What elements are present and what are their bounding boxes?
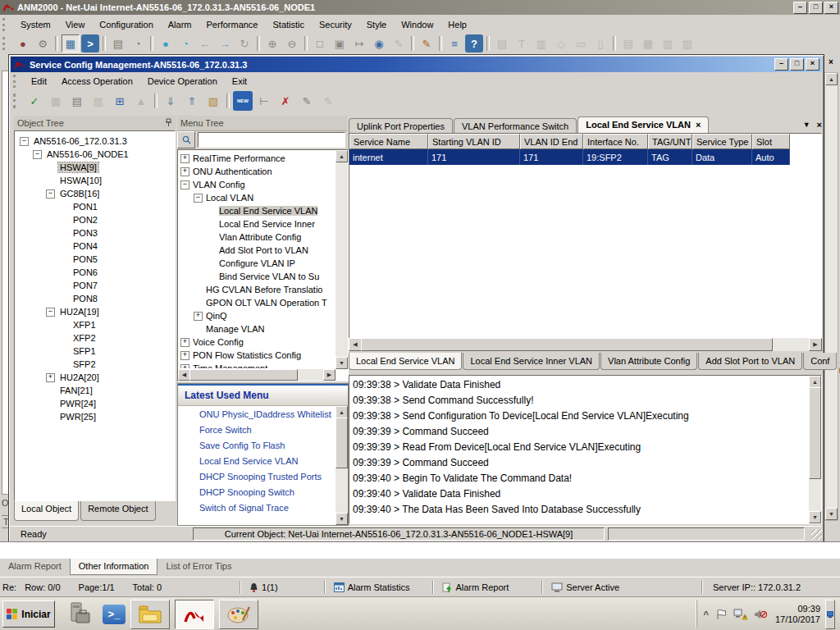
write-device-icon[interactable]: ⇑ [182, 91, 202, 111]
tab-close-icon[interactable]: × [817, 120, 822, 130]
object-tree-tab[interactable]: Remote Object [80, 501, 155, 521]
scroll-up-icon[interactable]: ▲ [336, 406, 348, 418]
minimize-icon[interactable]: – [793, 2, 807, 14]
topology-icon[interactable]: ▦ [62, 34, 80, 52]
tree-expander-icon[interactable]: + [194, 312, 203, 321]
background-scrollbar[interactable]: ▲ ▼ [824, 72, 838, 521]
menu-tree-vscrollbar[interactable]: ▲ ▼ [336, 150, 348, 369]
table-props-icon[interactable]: ▤ [67, 91, 87, 111]
close-icon[interactable]: × [806, 58, 819, 71]
latest-used-menu-link[interactable]: Force Switch [199, 425, 333, 436]
tray-expand-icon[interactable]: ^ [704, 609, 709, 619]
table-row[interactable]: internet17117119:SFP2TAGDataAuto [349, 149, 790, 165]
tree-item[interactable]: PON4 [18, 240, 175, 253]
undo-dim-icon[interactable]: ◇ [552, 34, 570, 52]
file-explorer-taskbutton[interactable] [130, 600, 170, 629]
tree-item[interactable]: + PON Flow Statistics Config [179, 349, 335, 362]
tree-expander-icon[interactable]: + [46, 373, 55, 382]
latest-used-menu-link[interactable]: Local End Service VLAN [199, 456, 333, 467]
maximize-icon[interactable]: □ [790, 58, 804, 71]
latest-used-menu-link[interactable]: Switch of Signal Trace [199, 503, 333, 514]
alarm-report-icon[interactable] [442, 582, 452, 593]
folder-sync-icon[interactable]: ▧ [203, 91, 223, 111]
doc1-dim-icon[interactable]: ▤ [619, 34, 637, 52]
flag-icon[interactable] [715, 609, 727, 620]
scroll-thumb[interactable] [336, 418, 348, 468]
tree-item[interactable]: PON8 [18, 292, 175, 305]
tree-item[interactable]: PON5 [18, 253, 175, 266]
tab[interactable]: Add Slot Port to VLAN [698, 353, 802, 370]
latest-menu-vscrollbar[interactable]: ▲ ▼ [336, 406, 348, 525]
save-dim-icon[interactable]: ▯ [591, 34, 609, 52]
log-vscrollbar[interactable]: ▲ ▼ [809, 376, 821, 523]
console-icon[interactable]: > [81, 34, 99, 52]
tree-item[interactable]: Manage VLAN [179, 322, 335, 336]
status-alarm-report[interactable]: Alarm Report [455, 582, 509, 592]
tree-item[interactable]: + RealTime Performance [179, 152, 335, 165]
forward-arrow-icon[interactable]: → [216, 34, 234, 52]
toolbar-grip[interactable] [2, 37, 9, 49]
tree-item[interactable]: PWR[25] [18, 410, 175, 423]
tree-item[interactable]: − AN5516-06_NODE1 [18, 148, 175, 161]
tab[interactable]: Local End Service Inner VLAN [463, 353, 600, 370]
minimize-icon[interactable]: – [774, 58, 788, 71]
tree-expander-icon[interactable]: − [180, 180, 189, 189]
alarm-ball-icon[interactable]: ● [14, 34, 32, 52]
tree-expander-icon[interactable]: + [180, 364, 189, 369]
tree-item[interactable]: Vlan Attribute Config [179, 231, 335, 244]
tree-expander-icon[interactable]: − [46, 189, 55, 199]
doc4-dim-icon[interactable]: ▧ [678, 34, 696, 52]
tab[interactable]: Uplink Port Properties× [349, 118, 453, 133]
tree-expander-icon[interactable]: − [46, 308, 55, 317]
help-icon[interactable]: ? [465, 34, 483, 52]
bottom-tab[interactable]: List of Error Tips [158, 559, 240, 574]
tree-item[interactable]: XFP1 [18, 318, 175, 331]
menu-item[interactable]: Edit [24, 73, 54, 89]
tree-item[interactable]: PWR[24] [18, 397, 175, 410]
tab[interactable]: VLAN Performance Switch× [454, 118, 577, 133]
tree-item[interactable]: HSWA[9] [18, 161, 175, 174]
pin-icon[interactable] [165, 118, 172, 129]
menu-item[interactable]: Exit [225, 73, 254, 89]
tab[interactable]: Vlan Attribute Config [600, 353, 697, 370]
menu-item[interactable]: Alarm [161, 16, 199, 33]
paste-dim-icon[interactable]: ▤ [493, 34, 511, 52]
tree-item[interactable]: + ONU Authentication [179, 165, 335, 178]
tree-item[interactable]: + Time Management [179, 362, 335, 368]
table-hscrollbar[interactable]: ◀ ▶ [349, 338, 822, 351]
scroll-up-icon[interactable]: ▲ [809, 376, 821, 388]
menu-item[interactable]: Security [312, 16, 359, 33]
grid-dim-icon[interactable]: ▥ [89, 91, 108, 111]
list-view-icon[interactable]: ≡ [445, 34, 463, 52]
table-header-cell[interactable]: Interface No. [583, 134, 648, 149]
powershell-icon[interactable]: >_ [103, 605, 126, 624]
alarm-statistics-icon[interactable] [334, 582, 345, 592]
menu-item[interactable]: View [58, 16, 93, 33]
read-device-icon[interactable]: ⇓ [161, 91, 180, 111]
scroll-down-icon[interactable]: ▼ [825, 508, 838, 520]
doc3-dim-icon[interactable]: ▥ [659, 34, 677, 52]
menu-item[interactable]: System [13, 16, 58, 33]
tree-item[interactable]: Configure VLAN IP [179, 257, 335, 270]
alarm-bell-icon[interactable] [249, 582, 258, 593]
scroll-down-icon[interactable]: ▼ [809, 511, 821, 523]
menu-item[interactable]: Help [441, 16, 474, 33]
add-row-icon[interactable]: ⊞ [110, 91, 130, 111]
scroll-up-icon[interactable]: ▲ [336, 150, 348, 162]
paint-palette-taskbutton[interactable] [219, 600, 258, 629]
tree-item[interactable]: PON3 [18, 226, 175, 240]
tree-item[interactable]: PON2 [18, 213, 175, 226]
chart-dim-icon[interactable]: ▦ [46, 91, 66, 111]
menu-item[interactable]: Performance [199, 16, 266, 33]
latest-used-menu-link[interactable]: DHCP Snooping Trusted Ports [199, 472, 333, 482]
tree-item[interactable]: Add Slot Port to VLAN [179, 244, 335, 257]
scroll-thumb[interactable] [189, 369, 298, 381]
tree-expander-icon[interactable]: − [20, 137, 29, 146]
settings-gears-icon[interactable]: ⚙ [34, 34, 52, 52]
tree-item[interactable]: + Voice Config [179, 336, 335, 349]
tree-item[interactable]: PON1 [18, 200, 175, 213]
scroll-down-icon[interactable]: ▼ [336, 513, 348, 525]
menu-item[interactable]: Style [359, 16, 394, 33]
scroll-right-icon[interactable]: ▶ [809, 338, 822, 351]
tab-dropdown-icon[interactable]: ▼ [803, 121, 810, 129]
